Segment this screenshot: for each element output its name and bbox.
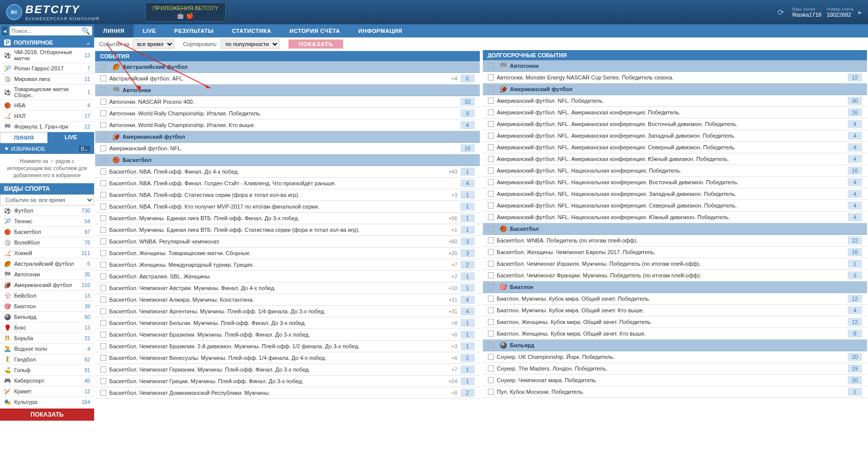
event-count[interactable]: 1 [461,342,475,350]
event-name[interactable]: Баскетбол. Чемпионат Греции. Мужчины. Пл… [109,378,446,384]
event-name[interactable]: Баскетбол. Чемпионат Венесуэлы. Мужчины.… [109,355,448,361]
nav-results[interactable]: РЕЗУЛЬТАТЫ [165,24,223,37]
event-count[interactable]: 1 [461,284,475,292]
event-extra[interactable]: +20 [449,251,458,256]
popular-header[interactable]: P ПОПУЛЯРНОЕ ⌄ [0,37,94,48]
event-count[interactable]: 1 [461,377,475,385]
event-count[interactable]: 4 [461,179,475,187]
event-extra[interactable]: +1 [451,227,457,233]
event-checkbox[interactable] [100,273,106,279]
sidebar-item[interactable]: ⚽ ЧМ-2018. Отборочные матчи 13 [0,48,94,63]
refresh-icon[interactable]: ⟳ [777,8,784,17]
event-checkbox[interactable] [488,319,494,325]
event-checkbox[interactable] [488,377,494,383]
event-checkbox[interactable] [488,144,494,150]
category-checkbox[interactable] [488,226,494,232]
event-checkbox[interactable] [488,109,494,115]
event-count[interactable]: 12 [848,73,862,81]
event-checkbox[interactable] [100,378,106,384]
sidebar-item[interactable]: 🏐 Мировая лига 11 [0,74,94,85]
event-name[interactable]: Баскетбол. Чемпионат Бельгии. Мужчины. П… [109,320,448,326]
search-icon[interactable]: 🔍 [81,27,90,35]
event-checkbox[interactable] [100,203,106,210]
event-extra[interactable]: +11 [449,297,458,303]
event-name[interactable]: Баскетбол. Чемпионат Австрии. Мужчины. Ф… [109,285,446,291]
event-count[interactable]: 10 [461,98,475,106]
logo[interactable]: BC BETCITY БУКМЕКЕРСКАЯ КОМПАНИЯ [6,3,100,21]
event-checkbox[interactable] [488,389,494,395]
sidebar-item[interactable]: 🏒 НХЛ 17 [0,111,94,121]
event-name[interactable]: Американский футбол. NFL. Национальная к… [497,214,845,220]
filter-sort-select[interactable]: по популярности [221,39,279,49]
event-checkbox[interactable] [100,122,106,128]
event-extra[interactable]: +7 [451,367,457,373]
category-header[interactable]: 🏉 Австралийский футбол [95,61,480,73]
event-checkbox[interactable] [100,75,106,81]
sidebar-item[interactable]: 🥊 Бокс 13 [0,322,94,333]
event-name[interactable]: Баскетбол. Женщины. Товарищеские матчи. … [109,250,446,256]
event-count[interactable]: 1 [461,319,475,327]
sidebar-item[interactable]: 🏁 Формула 1. Гран-при 12 [0,121,94,132]
sidebar-item[interactable]: 🏁 Автогонки 35 [0,269,94,280]
tab-liniya[interactable]: ЛИНИЯ [0,132,48,143]
event-checkbox[interactable] [488,331,494,337]
event-checkbox[interactable] [100,285,106,291]
event-extra[interactable]: +56 [449,216,458,221]
event-checkbox[interactable] [488,296,494,302]
tab-live[interactable]: LIVE [48,132,94,143]
event-name[interactable]: Снукер. UK Championship. Йорк. Победител… [497,354,845,360]
event-name[interactable]: Американский футбол. NFL. Национальная к… [497,202,845,209]
event-checkbox[interactable] [100,110,106,116]
event-count[interactable]: 4 [848,213,862,221]
event-checkbox[interactable] [100,262,106,268]
app-download-badge[interactable]: ПРИЛОЖЕНИЯ BETCITY 🤖 🍎 [145,3,226,22]
event-count[interactable]: 2 [461,389,475,397]
event-checkbox[interactable] [100,297,106,303]
event-checkbox[interactable] [100,250,106,256]
event-name[interactable]: Баскетбол. Мужчины. Единая лига ВТБ. Пле… [109,227,448,233]
event-checkbox[interactable] [100,332,106,338]
sidebar-item[interactable]: ⚾ Бейсбол 13 [0,291,94,301]
sidebar-item[interactable]: 🤼 Борьба 22 [0,333,94,344]
sidebar-item[interactable]: ⛳ Гольф 81 [0,365,94,376]
event-name[interactable]: Автогонки. World Rally Championship. Ита… [109,110,458,116]
category-checkbox[interactable] [100,134,106,140]
event-count[interactable]: 3 [848,271,862,279]
event-extra[interactable]: +24 [449,379,458,384]
event-name[interactable]: Баскетбол. Чемпионат Доминиканской Респу… [109,390,448,396]
event-count[interactable]: 4 [461,296,475,304]
category-checkbox[interactable] [100,157,106,163]
event-name[interactable]: Баскетбол. Австралия. SBL. Женщины. [109,273,448,279]
event-name[interactable]: Биатлон. Женщины. Кубок мира. Общий заче… [497,331,845,337]
event-checkbox[interactable] [488,261,494,267]
event-name[interactable]: Австралийский футбол. AFL. [109,75,448,81]
event-checkbox[interactable] [488,237,494,243]
sidebar-item[interactable]: 🏐 Волейбол 76 [0,237,94,248]
event-checkbox[interactable] [488,307,494,313]
event-count[interactable]: 1 [461,226,475,234]
nav-info[interactable]: ИНФОРМАЦИЯ [349,24,411,37]
event-count[interactable]: 1 [848,388,862,396]
event-name[interactable]: Американский футбол. NFL. Американская к… [497,144,845,150]
event-name[interactable]: Баскетбол. Мужчины. Единая лига ВТБ. Пле… [109,215,446,221]
event-checkbox[interactable] [100,355,106,361]
event-checkbox[interactable] [488,98,494,104]
event-extra[interactable]: +8 [451,332,457,338]
sidebar-item[interactable]: ⚽ Футбол 730 [0,206,94,216]
event-count[interactable]: 1 [461,214,475,222]
sidebar-item[interactable]: 🎾 Ролан Гаррос-2017 7 [0,63,94,74]
sidebar-item[interactable]: 🏏 Крикет 12 [0,386,94,397]
event-checkbox[interactable] [488,168,494,174]
sidebar-item[interactable]: 🏀 НБА 4 [0,100,94,111]
event-extra[interactable]: +60 [449,239,458,244]
event-checkbox[interactable] [100,320,106,326]
event-name[interactable]: Американский футбол. NFL. Американская к… [497,133,845,139]
sidebar-item[interactable]: 🎮 Киберспорт 45 [0,376,94,386]
event-count[interactable]: 1 [461,331,475,339]
event-name[interactable]: Баскетбол. Чемпионат Бразилии. Мужчины. … [109,332,448,338]
sidebar-item[interactable]: 🎯 Биатлон 39 [0,301,94,312]
event-count[interactable]: 12 [848,236,862,244]
event-name[interactable]: Американский футбол. NFL. Победитель. [497,98,845,104]
event-name[interactable]: Баскетбол. Чемпионат Бразилии. 2-й дивиз… [109,343,448,349]
event-count[interactable]: 4 [848,190,862,198]
